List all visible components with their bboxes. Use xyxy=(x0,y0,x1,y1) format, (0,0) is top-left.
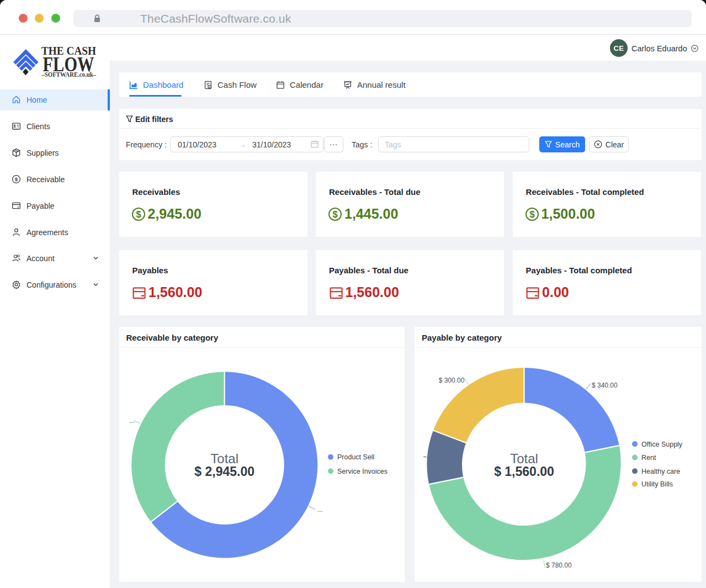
svg-text:...: ... xyxy=(317,506,323,513)
svg-text:...: ... xyxy=(129,417,135,425)
svg-text:$ 2,945.00: $ 2,945.00 xyxy=(194,464,254,479)
svg-text:$ 1,560.00: $ 1,560.00 xyxy=(494,464,554,479)
svg-text:Rent: Rent xyxy=(641,454,656,462)
svg-text:Healthy care: Healthy care xyxy=(641,468,680,475)
svg-text:$: $ xyxy=(529,209,534,219)
svg-text:$: $ xyxy=(136,209,141,219)
svg-text:Product Sell: Product Sell xyxy=(337,453,374,461)
svg-text:–SOFTWARE.co.uk–: –SOFTWARE.co.uk– xyxy=(41,71,97,78)
svg-text:Office Supply: Office Supply xyxy=(641,441,683,448)
svg-text:Total: Total xyxy=(210,451,238,466)
svg-text:Total: Total xyxy=(510,451,538,466)
svg-text:$: $ xyxy=(332,209,337,219)
svg-text:Utility Bills: Utility Bills xyxy=(641,480,673,488)
svg-text:Service Invoices: Service Invoices xyxy=(337,468,387,475)
svg-text:$: $ xyxy=(15,176,18,182)
svg-text:$ 300.00: $ 300.00 xyxy=(439,377,465,384)
svg-text:$ 340.00: $ 340.00 xyxy=(592,382,618,389)
svg-text:$ 780.00: $ 780.00 xyxy=(546,561,572,569)
